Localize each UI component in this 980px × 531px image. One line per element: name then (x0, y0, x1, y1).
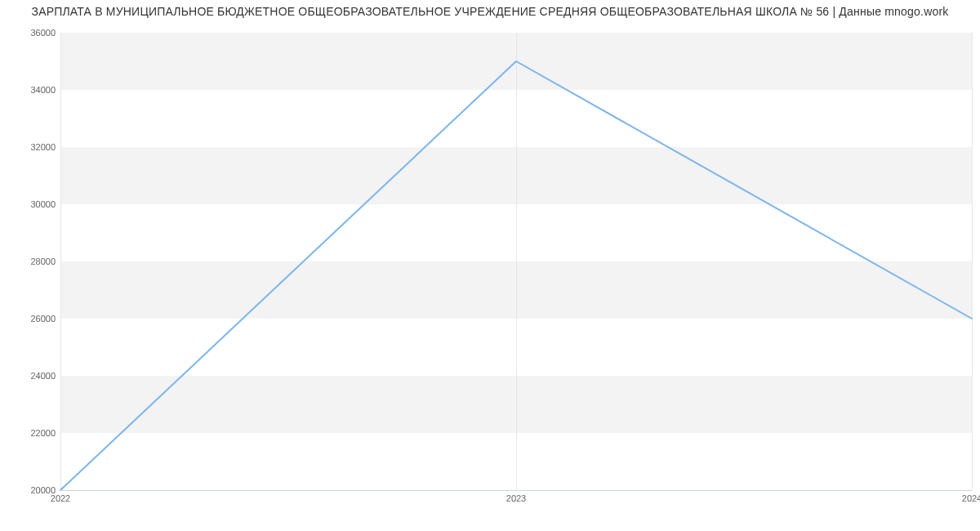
line-series (60, 33, 972, 490)
y-tick-label: 28000 (7, 257, 56, 266)
plot-area (60, 33, 972, 490)
y-tick-label: 30000 (7, 199, 56, 209)
y-tick-label: 34000 (7, 85, 56, 95)
y-tick-label: 32000 (7, 142, 56, 152)
gridline-vertical (972, 33, 973, 490)
y-tick-label: 26000 (7, 314, 56, 324)
y-tick-label: 22000 (7, 428, 56, 438)
x-tick-label: 2023 (506, 493, 526, 503)
x-tick-label: 2024 (962, 493, 980, 503)
x-axis-line (60, 490, 972, 491)
y-tick-label: 36000 (7, 28, 56, 38)
chart-title: ЗАРПЛАТА В МУНИЦИПАЛЬНОЕ БЮДЖЕТНОЕ ОБЩЕО… (0, 5, 980, 18)
x-tick-label: 2022 (51, 493, 70, 503)
y-tick-label: 20000 (7, 485, 56, 495)
chart-container: ЗАРПЛАТА В МУНИЦИПАЛЬНОЕ БЮДЖЕТНОЕ ОБЩЕО… (0, 0, 980, 531)
y-tick-label: 24000 (7, 371, 56, 381)
